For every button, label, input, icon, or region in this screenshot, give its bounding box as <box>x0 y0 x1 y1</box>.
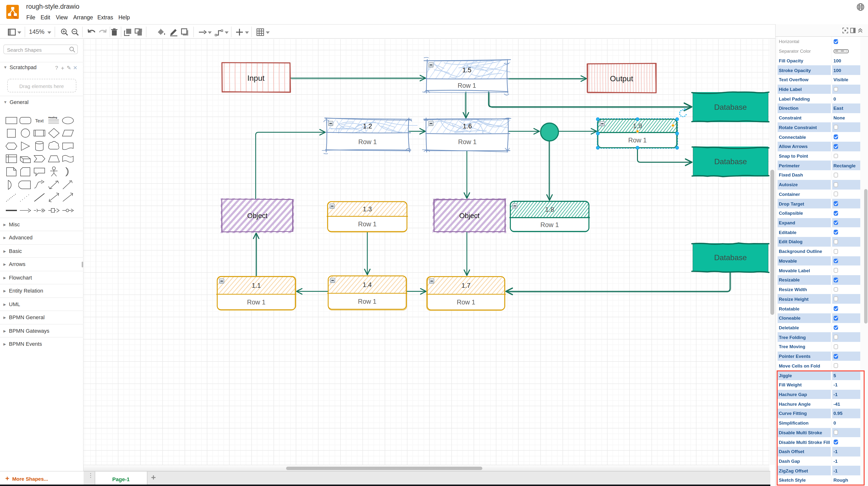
svg-text:Row 1: Row 1 <box>457 298 475 306</box>
svg-text:Database: Database <box>714 253 746 262</box>
svg-text:Database: Database <box>714 157 747 166</box>
svg-text:Input: Input <box>247 74 264 82</box>
svg-text:Heading: Heading <box>48 116 57 118</box>
svg-text:Text: Text <box>35 118 44 123</box>
svg-text:1.8: 1.8 <box>545 206 554 213</box>
svg-text:1.4: 1.4 <box>363 281 372 288</box>
svg-text:1.2: 1.2 <box>363 122 372 130</box>
svg-text:Row 1: Row 1 <box>358 298 376 305</box>
svg-text:Object: Object <box>247 211 267 219</box>
svg-text:Row 1: Row 1 <box>540 221 559 228</box>
svg-text:Output: Output <box>610 74 633 83</box>
svg-text:1.6: 1.6 <box>463 122 472 130</box>
svg-text:1.3: 1.3 <box>363 205 372 212</box>
svg-text:Row 1: Row 1 <box>358 138 377 145</box>
svg-text:Row 1: Row 1 <box>458 82 476 89</box>
svg-text:Database: Database <box>714 103 746 111</box>
svg-text:Row 1: Row 1 <box>458 138 476 145</box>
svg-text:1.7: 1.7 <box>461 282 470 289</box>
svg-text:Row 1: Row 1 <box>628 136 647 144</box>
svg-text:Row 1: Row 1 <box>247 298 265 306</box>
svg-text:1.5: 1.5 <box>462 66 471 74</box>
svg-text:1.1: 1.1 <box>252 282 261 289</box>
svg-text:Object: Object <box>459 211 479 219</box>
svg-text:Row 1: Row 1 <box>358 220 376 228</box>
svg-text:1.9: 1.9 <box>632 122 642 130</box>
